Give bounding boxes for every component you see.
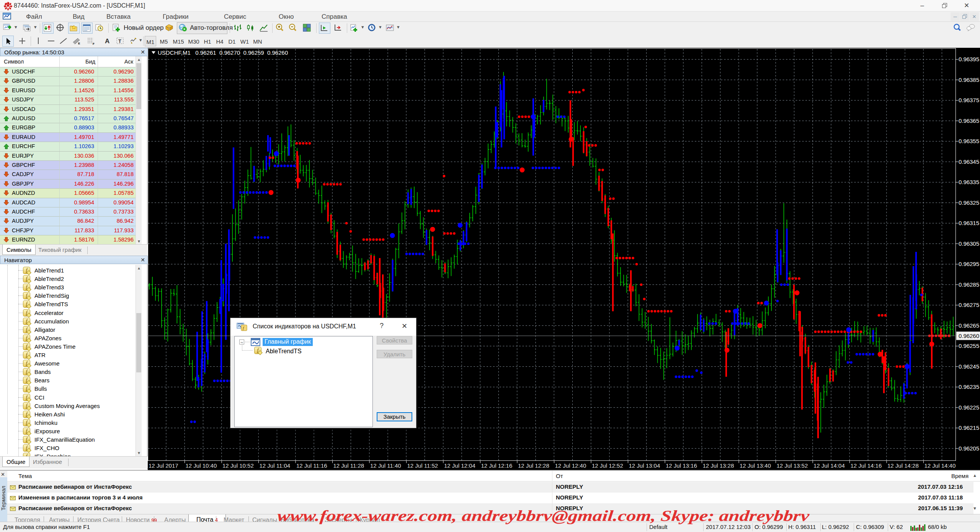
- svg-text:0.96365: 0.96365: [959, 117, 979, 124]
- svg-text:12 Jul 14:16: 12 Jul 14:16: [851, 462, 882, 469]
- svg-text:12 Jul 13:52: 12 Jul 13:52: [777, 462, 808, 469]
- svg-text:12 Jul 13:40: 12 Jul 13:40: [740, 462, 771, 469]
- svg-text:0.96315: 0.96315: [959, 220, 979, 226]
- svg-text:12 Jul 14:28: 12 Jul 14:28: [887, 462, 919, 469]
- svg-text:12 Jul 11:28: 12 Jul 11:28: [333, 462, 364, 469]
- svg-text:12 Jul 2017: 12 Jul 2017: [149, 462, 178, 469]
- svg-text:12 Jul 14:04: 12 Jul 14:04: [813, 462, 845, 469]
- svg-text:0.96345: 0.96345: [959, 158, 979, 165]
- svg-text:12 Jul 12:16: 12 Jul 12:16: [481, 462, 513, 469]
- svg-text:0.96205: 0.96205: [959, 445, 979, 452]
- svg-text:12 Jul 12:52: 12 Jul 12:52: [592, 462, 623, 469]
- svg-text:F: F: [93, 42, 95, 46]
- svg-text:0.96225: 0.96225: [959, 404, 979, 411]
- svg-text:12 Jul 12:28: 12 Jul 12:28: [518, 462, 549, 469]
- svg-text:0.96395: 0.96395: [959, 56, 979, 62]
- svg-text:A: A: [105, 38, 109, 45]
- svg-text:0.96275: 0.96275: [959, 302, 979, 308]
- svg-text:0.96385: 0.96385: [959, 77, 979, 83]
- svg-text:0.96325: 0.96325: [959, 199, 979, 206]
- svg-text:0.96305: 0.96305: [959, 240, 979, 247]
- svg-text:0.96235: 0.96235: [959, 383, 979, 390]
- svg-text:12 Jul 11:40: 12 Jul 11:40: [370, 462, 401, 469]
- svg-text:E: E: [78, 42, 80, 45]
- svg-text:12 Jul 12:40: 12 Jul 12:40: [555, 462, 586, 469]
- svg-text:USDCHF,M1 0.96261 0.96270: USDCHF,M1 0.96261 0.96270 0.96259 0.9626…: [158, 49, 288, 56]
- svg-text:0.96265: 0.96265: [959, 322, 979, 329]
- svg-text:0.96355: 0.96355: [959, 138, 979, 144]
- svg-text:12 Jul 13:28: 12 Jul 13:28: [703, 462, 734, 469]
- svg-text:12 Jul 10:52: 12 Jul 10:52: [222, 462, 254, 469]
- svg-text:12 Jul 11:04: 12 Jul 11:04: [260, 462, 291, 469]
- svg-text:0.96295: 0.96295: [959, 261, 979, 267]
- svg-text:12 Jul 13:04: 12 Jul 13:04: [629, 462, 660, 469]
- svg-text:0.96335: 0.96335: [959, 179, 979, 185]
- svg-text:0.96245: 0.96245: [959, 363, 979, 370]
- svg-text:12 Jul 14:40: 12 Jul 14:40: [924, 462, 956, 469]
- svg-text:0.96285: 0.96285: [959, 281, 979, 288]
- svg-text:12 Jul 12:04: 12 Jul 12:04: [444, 462, 475, 469]
- svg-text:0.96215: 0.96215: [959, 424, 979, 431]
- svg-text:12 Jul 11:16: 12 Jul 11:16: [296, 462, 327, 469]
- svg-text:T: T: [118, 38, 121, 44]
- svg-text:12 Jul 11:52: 12 Jul 11:52: [407, 462, 438, 469]
- svg-text:0.96255: 0.96255: [959, 343, 979, 349]
- svg-text:12 Jul 10:40: 12 Jul 10:40: [186, 462, 217, 469]
- svg-text:12 Jul 13:16: 12 Jul 13:16: [666, 462, 697, 469]
- svg-text:0.96375: 0.96375: [959, 97, 979, 103]
- svg-text:0.96260: 0.96260: [959, 333, 979, 339]
